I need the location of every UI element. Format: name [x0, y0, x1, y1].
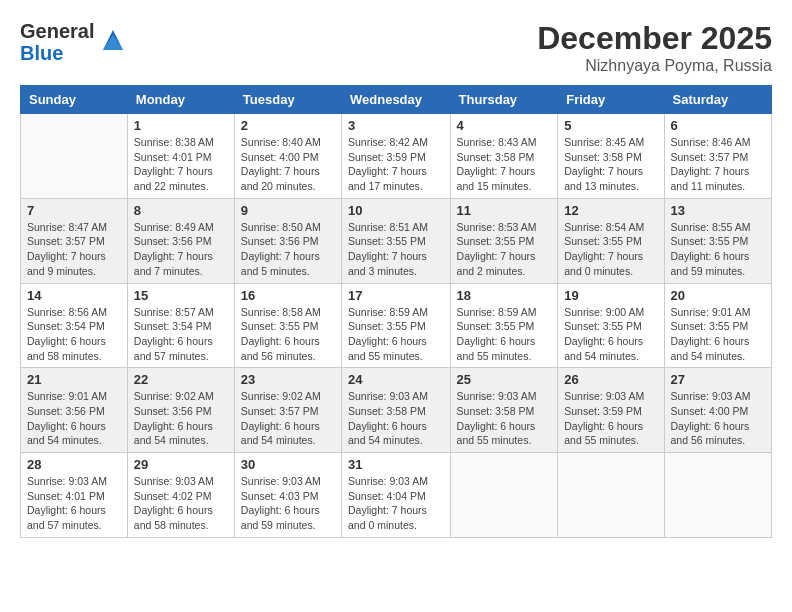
day-info: Sunrise: 8:46 AM Sunset: 3:57 PM Dayligh…	[671, 135, 765, 194]
calendar-cell: 29Sunrise: 9:03 AM Sunset: 4:02 PM Dayli…	[127, 453, 234, 538]
calendar-table: SundayMondayTuesdayWednesdayThursdayFrid…	[20, 85, 772, 538]
day-number: 17	[348, 288, 444, 303]
day-info: Sunrise: 9:02 AM Sunset: 3:56 PM Dayligh…	[134, 389, 228, 448]
day-info: Sunrise: 9:03 AM Sunset: 3:59 PM Dayligh…	[564, 389, 657, 448]
day-number: 18	[457, 288, 552, 303]
day-number: 14	[27, 288, 121, 303]
day-info: Sunrise: 8:58 AM Sunset: 3:55 PM Dayligh…	[241, 305, 335, 364]
day-number: 29	[134, 457, 228, 472]
day-number: 21	[27, 372, 121, 387]
calendar-cell: 4Sunrise: 8:43 AM Sunset: 3:58 PM Daylig…	[450, 114, 558, 199]
calendar-cell: 24Sunrise: 9:03 AM Sunset: 3:58 PM Dayli…	[342, 368, 451, 453]
calendar-cell: 2Sunrise: 8:40 AM Sunset: 4:00 PM Daylig…	[234, 114, 341, 199]
calendar-cell: 28Sunrise: 9:03 AM Sunset: 4:01 PM Dayli…	[21, 453, 128, 538]
calendar-week-row: 28Sunrise: 9:03 AM Sunset: 4:01 PM Dayli…	[21, 453, 772, 538]
weekday-header-monday: Monday	[127, 86, 234, 114]
day-info: Sunrise: 8:38 AM Sunset: 4:01 PM Dayligh…	[134, 135, 228, 194]
day-info: Sunrise: 9:03 AM Sunset: 4:01 PM Dayligh…	[27, 474, 121, 533]
day-number: 23	[241, 372, 335, 387]
calendar-cell: 10Sunrise: 8:51 AM Sunset: 3:55 PM Dayli…	[342, 198, 451, 283]
calendar-cell: 18Sunrise: 8:59 AM Sunset: 3:55 PM Dayli…	[450, 283, 558, 368]
day-info: Sunrise: 8:43 AM Sunset: 3:58 PM Dayligh…	[457, 135, 552, 194]
calendar-cell: 13Sunrise: 8:55 AM Sunset: 3:55 PM Dayli…	[664, 198, 771, 283]
calendar-cell: 21Sunrise: 9:01 AM Sunset: 3:56 PM Dayli…	[21, 368, 128, 453]
day-number: 15	[134, 288, 228, 303]
day-info: Sunrise: 8:42 AM Sunset: 3:59 PM Dayligh…	[348, 135, 444, 194]
day-info: Sunrise: 9:03 AM Sunset: 4:04 PM Dayligh…	[348, 474, 444, 533]
calendar-week-row: 14Sunrise: 8:56 AM Sunset: 3:54 PM Dayli…	[21, 283, 772, 368]
day-number: 20	[671, 288, 765, 303]
calendar-cell: 22Sunrise: 9:02 AM Sunset: 3:56 PM Dayli…	[127, 368, 234, 453]
day-number: 28	[27, 457, 121, 472]
weekday-header-wednesday: Wednesday	[342, 86, 451, 114]
calendar-cell: 31Sunrise: 9:03 AM Sunset: 4:04 PM Dayli…	[342, 453, 451, 538]
calendar-week-row: 21Sunrise: 9:01 AM Sunset: 3:56 PM Dayli…	[21, 368, 772, 453]
calendar-cell	[450, 453, 558, 538]
calendar-week-row: 1Sunrise: 8:38 AM Sunset: 4:01 PM Daylig…	[21, 114, 772, 199]
day-number: 7	[27, 203, 121, 218]
day-info: Sunrise: 8:55 AM Sunset: 3:55 PM Dayligh…	[671, 220, 765, 279]
day-info: Sunrise: 8:45 AM Sunset: 3:58 PM Dayligh…	[564, 135, 657, 194]
weekday-header-tuesday: Tuesday	[234, 86, 341, 114]
day-info: Sunrise: 8:54 AM Sunset: 3:55 PM Dayligh…	[564, 220, 657, 279]
day-info: Sunrise: 8:51 AM Sunset: 3:55 PM Dayligh…	[348, 220, 444, 279]
day-number: 22	[134, 372, 228, 387]
calendar-cell: 30Sunrise: 9:03 AM Sunset: 4:03 PM Dayli…	[234, 453, 341, 538]
day-number: 24	[348, 372, 444, 387]
day-info: Sunrise: 8:47 AM Sunset: 3:57 PM Dayligh…	[27, 220, 121, 279]
calendar-cell: 11Sunrise: 8:53 AM Sunset: 3:55 PM Dayli…	[450, 198, 558, 283]
day-info: Sunrise: 8:57 AM Sunset: 3:54 PM Dayligh…	[134, 305, 228, 364]
weekday-header-thursday: Thursday	[450, 86, 558, 114]
day-number: 2	[241, 118, 335, 133]
day-number: 16	[241, 288, 335, 303]
day-number: 25	[457, 372, 552, 387]
location-subtitle: Nizhnyaya Poyma, Russia	[537, 57, 772, 75]
day-number: 9	[241, 203, 335, 218]
calendar-cell: 17Sunrise: 8:59 AM Sunset: 3:55 PM Dayli…	[342, 283, 451, 368]
day-info: Sunrise: 8:53 AM Sunset: 3:55 PM Dayligh…	[457, 220, 552, 279]
day-info: Sunrise: 8:59 AM Sunset: 3:55 PM Dayligh…	[348, 305, 444, 364]
logo: General Blue	[20, 20, 128, 64]
calendar-cell: 23Sunrise: 9:02 AM Sunset: 3:57 PM Dayli…	[234, 368, 341, 453]
day-number: 26	[564, 372, 657, 387]
day-info: Sunrise: 9:02 AM Sunset: 3:57 PM Dayligh…	[241, 389, 335, 448]
day-number: 31	[348, 457, 444, 472]
calendar-cell: 19Sunrise: 9:00 AM Sunset: 3:55 PM Dayli…	[558, 283, 664, 368]
day-info: Sunrise: 9:01 AM Sunset: 3:56 PM Dayligh…	[27, 389, 121, 448]
calendar-cell	[664, 453, 771, 538]
day-info: Sunrise: 9:03 AM Sunset: 4:02 PM Dayligh…	[134, 474, 228, 533]
day-info: Sunrise: 8:50 AM Sunset: 3:56 PM Dayligh…	[241, 220, 335, 279]
calendar-cell: 25Sunrise: 9:03 AM Sunset: 3:58 PM Dayli…	[450, 368, 558, 453]
header: General Blue December 2025 Nizhnyaya Poy…	[20, 20, 772, 75]
day-info: Sunrise: 9:03 AM Sunset: 3:58 PM Dayligh…	[348, 389, 444, 448]
calendar-cell	[21, 114, 128, 199]
day-number: 30	[241, 457, 335, 472]
day-info: Sunrise: 9:00 AM Sunset: 3:55 PM Dayligh…	[564, 305, 657, 364]
day-number: 6	[671, 118, 765, 133]
weekday-header-sunday: Sunday	[21, 86, 128, 114]
day-number: 5	[564, 118, 657, 133]
day-info: Sunrise: 8:56 AM Sunset: 3:54 PM Dayligh…	[27, 305, 121, 364]
day-number: 3	[348, 118, 444, 133]
calendar-cell: 12Sunrise: 8:54 AM Sunset: 3:55 PM Dayli…	[558, 198, 664, 283]
day-number: 11	[457, 203, 552, 218]
weekday-header-row: SundayMondayTuesdayWednesdayThursdayFrid…	[21, 86, 772, 114]
calendar-cell: 3Sunrise: 8:42 AM Sunset: 3:59 PM Daylig…	[342, 114, 451, 199]
calendar-cell: 15Sunrise: 8:57 AM Sunset: 3:54 PM Dayli…	[127, 283, 234, 368]
calendar-cell: 20Sunrise: 9:01 AM Sunset: 3:55 PM Dayli…	[664, 283, 771, 368]
day-number: 8	[134, 203, 228, 218]
calendar-cell: 9Sunrise: 8:50 AM Sunset: 3:56 PM Daylig…	[234, 198, 341, 283]
calendar-week-row: 7Sunrise: 8:47 AM Sunset: 3:57 PM Daylig…	[21, 198, 772, 283]
day-number: 13	[671, 203, 765, 218]
weekday-header-friday: Friday	[558, 86, 664, 114]
calendar-cell: 26Sunrise: 9:03 AM Sunset: 3:59 PM Dayli…	[558, 368, 664, 453]
calendar-cell: 8Sunrise: 8:49 AM Sunset: 3:56 PM Daylig…	[127, 198, 234, 283]
calendar-cell: 6Sunrise: 8:46 AM Sunset: 3:57 PM Daylig…	[664, 114, 771, 199]
day-info: Sunrise: 9:03 AM Sunset: 4:03 PM Dayligh…	[241, 474, 335, 533]
logo-icon	[98, 25, 128, 59]
logo-general: General	[20, 20, 94, 42]
logo-blue: Blue	[20, 42, 63, 64]
day-info: Sunrise: 8:59 AM Sunset: 3:55 PM Dayligh…	[457, 305, 552, 364]
day-number: 1	[134, 118, 228, 133]
calendar-cell: 5Sunrise: 8:45 AM Sunset: 3:58 PM Daylig…	[558, 114, 664, 199]
